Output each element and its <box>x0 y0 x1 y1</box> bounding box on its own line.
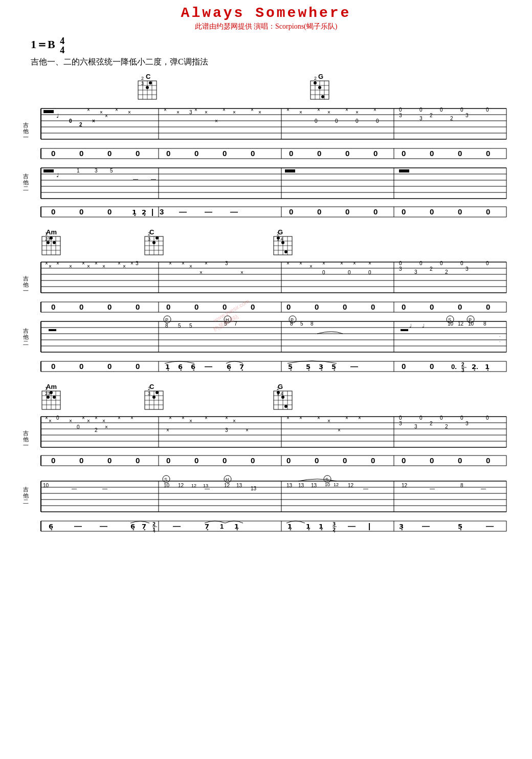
svg-text:3: 3 <box>419 116 423 121</box>
svg-text:5̣: 5̣ <box>288 363 293 371</box>
svg-text:×: × <box>286 107 290 113</box>
svg-text:0: 0 <box>251 456 255 465</box>
page-container: Always Somewhere 此谱由约瑟网提供 演唱：Scorpions(蝎… <box>0 0 532 759</box>
svg-text:×: × <box>128 110 131 115</box>
svg-text:0: 0 <box>79 149 83 158</box>
svg-point-185 <box>277 236 280 240</box>
svg-text:×: × <box>87 418 90 424</box>
svg-text:13: 13 <box>311 483 317 488</box>
svg-text:0: 0 <box>458 456 462 465</box>
key-section: 1＝B 4 4 <box>31 36 512 55</box>
svg-text:0: 0 <box>402 207 406 216</box>
svg-text:×: × <box>82 415 85 421</box>
svg-text:1̣: 1̣ <box>152 527 156 533</box>
svg-point-23 <box>321 95 324 98</box>
svg-text:×: × <box>246 427 249 433</box>
subtitle: 此谱由约瑟网提供 演唱：Scorpions(蝎子乐队) <box>20 22 512 31</box>
svg-text:5̣: 5̣ <box>458 523 462 530</box>
svg-text:5: 5 <box>189 323 192 329</box>
svg-text:0: 0 <box>251 149 255 158</box>
svg-text:23: 23 <box>45 391 50 396</box>
svg-point-173 <box>156 236 159 240</box>
svg-text:0: 0 <box>107 149 112 158</box>
svg-text:7: 7 <box>234 321 237 327</box>
svg-text:他: 他 <box>23 128 29 134</box>
svg-text:0: 0 <box>345 207 349 216</box>
svg-text:—: — <box>205 362 212 371</box>
svg-text:×: × <box>182 261 185 266</box>
svg-text:—: — <box>173 522 181 530</box>
svg-text:♩: ♩ <box>56 172 59 178</box>
svg-text:3: 3 <box>465 421 469 426</box>
svg-text:×: × <box>225 415 228 421</box>
svg-text:1̣: 1̣ <box>234 523 239 530</box>
svg-text:×: × <box>223 107 226 113</box>
svg-text:0: 0 <box>376 118 379 124</box>
svg-text:2: 2 <box>79 122 82 127</box>
svg-text:0: 0 <box>440 261 443 266</box>
svg-text:0: 0 <box>79 362 83 371</box>
svg-text:—: — <box>350 362 358 371</box>
svg-text:×: × <box>258 110 261 115</box>
svg-text:3: 3 <box>148 236 150 242</box>
svg-text:×: × <box>169 415 172 421</box>
svg-text:1̣: 1̣ <box>306 523 311 530</box>
svg-text:×: × <box>169 261 172 266</box>
svg-text:0: 0 <box>194 456 198 465</box>
svg-text:2: 2 <box>141 76 144 81</box>
svg-text:3: 3 <box>225 261 228 266</box>
svg-text:×: × <box>286 261 290 266</box>
svg-text:×: × <box>373 107 376 113</box>
svg-text:0: 0 <box>56 415 59 421</box>
svg-text:3: 3 <box>160 207 164 216</box>
svg-text:—: — <box>133 176 138 182</box>
svg-text:他: 他 <box>23 179 29 185</box>
svg-text:他: 他 <box>23 281 29 288</box>
svg-point-10 <box>149 81 152 84</box>
svg-text:×: × <box>45 261 48 266</box>
svg-point-359 <box>156 391 159 394</box>
svg-text:6̣: 6̣ <box>227 363 231 371</box>
svg-text:0: 0 <box>107 207 112 216</box>
svg-text:2: 2 <box>430 113 433 118</box>
svg-text:0: 0 <box>79 207 83 216</box>
svg-text:3: 3 <box>461 367 464 373</box>
svg-text:吉: 吉 <box>23 328 29 334</box>
svg-text:二: 二 <box>23 498 29 505</box>
svg-text:—: — <box>74 522 82 530</box>
svg-text:3: 3 <box>136 261 139 266</box>
svg-text:—: — <box>179 207 187 216</box>
svg-text:×: × <box>317 415 320 421</box>
svg-text:10: 10 <box>448 321 454 327</box>
svg-text:×: × <box>353 261 356 266</box>
svg-text:0: 0 <box>317 207 321 216</box>
svg-point-186 <box>281 241 284 244</box>
svg-text:13: 13 <box>298 483 304 488</box>
svg-text:0: 0 <box>430 302 434 311</box>
svg-text:G: G <box>318 73 323 80</box>
svg-text:0: 0 <box>419 107 423 113</box>
svg-text:0: 0 <box>430 149 434 158</box>
svg-text:7̣: 7̣ <box>205 523 209 530</box>
svg-text:0: 0 <box>289 207 293 216</box>
svg-text:0: 0 <box>166 302 170 311</box>
svg-text:0: 0 <box>460 415 463 421</box>
svg-text:0: 0 <box>79 456 83 465</box>
svg-text:×: × <box>309 264 313 269</box>
svg-text:0: 0 <box>399 415 402 421</box>
svg-point-372 <box>281 396 284 399</box>
svg-text:0: 0 <box>223 149 227 158</box>
svg-text:×: × <box>82 261 85 266</box>
svg-text:7̣: 7̣ <box>142 523 146 530</box>
svg-text:—: — <box>205 207 212 216</box>
svg-text:0: 0 <box>136 362 140 371</box>
svg-text:—: — <box>230 207 238 216</box>
svg-text:0: 0 <box>194 149 198 158</box>
svg-text:二: 二 <box>23 185 29 191</box>
svg-text:10: 10 <box>164 483 170 488</box>
svg-text:3̣: 3̣ <box>332 522 336 527</box>
svg-text:×: × <box>95 261 98 266</box>
svg-text:×: × <box>123 264 126 269</box>
svg-text:3: 3 <box>465 266 469 272</box>
svg-point-187 <box>284 250 287 253</box>
